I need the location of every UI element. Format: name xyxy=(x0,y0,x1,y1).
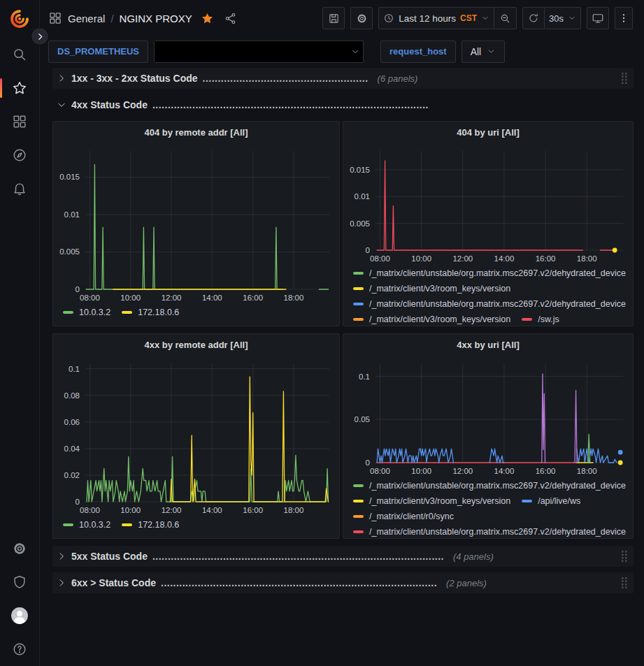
legend-swatch xyxy=(522,500,532,502)
sidebar-item-help[interactable] xyxy=(0,632,39,666)
row-dots: ........................................… xyxy=(161,577,437,588)
timezone-label: CST xyxy=(460,13,477,23)
legend-item[interactable]: 10.0.3.2 xyxy=(63,307,110,317)
x-axis-tick-label: 18:00 xyxy=(577,254,597,263)
panel-title[interactable]: 404 by remote addr [All] xyxy=(53,122,339,144)
series-line xyxy=(377,161,582,250)
tv-mode-button[interactable] xyxy=(587,7,609,29)
chart-area[interactable]: 00.0050.010.01508:0010:0012:0014:0016:00… xyxy=(343,144,633,266)
legend-label: 172.18.0.6 xyxy=(138,520,179,530)
legend-item[interactable]: /_matrix/client/r0/sync xyxy=(353,512,454,521)
legend-item[interactable]: /_matrix/client/unstable/org.matrix.msc2… xyxy=(353,481,626,491)
sidebar-item-profile[interactable] xyxy=(0,599,39,632)
sidebar-item-server-admin[interactable] xyxy=(0,565,39,599)
breadcrumb-section[interactable]: General xyxy=(68,13,105,24)
legend-item[interactable]: /api/live/ws xyxy=(522,496,580,506)
legend-swatch xyxy=(122,523,132,526)
legend-swatch xyxy=(522,318,532,321)
sidebar-expand-button[interactable] xyxy=(31,27,49,45)
x-axis-tick-label: 08:00 xyxy=(80,506,100,514)
drag-handle-icon[interactable] xyxy=(621,577,628,589)
row-dots: ........................................… xyxy=(203,73,368,84)
drag-handle-icon[interactable] xyxy=(621,72,628,85)
x-axis-tick-label: 16:00 xyxy=(536,467,556,475)
legend-row: /_matrix/client/r0/sync xyxy=(353,509,633,524)
sidebar-item-explore[interactable] xyxy=(0,138,39,172)
legend-swatch xyxy=(353,287,364,290)
refresh-interval-button[interactable]: 30s xyxy=(545,7,581,29)
legend-item[interactable]: 10.0.3.2 xyxy=(63,520,110,530)
dashboard-settings-button[interactable] xyxy=(350,7,373,29)
panel-title[interactable]: 404 by uri [All] xyxy=(343,122,633,144)
variable-value-ds-prometheus[interactable] xyxy=(154,41,364,63)
chart-area[interactable]: 00.020.040.060.080.108:0010:0012:0014:00… xyxy=(53,356,339,517)
apps-grid-icon[interactable] xyxy=(48,11,62,25)
sidebar-item-settings[interactable] xyxy=(0,532,39,565)
legend-item[interactable]: /sw.js xyxy=(522,314,559,324)
panel-title[interactable]: 4xx by uri [All] xyxy=(343,334,633,356)
legend-item[interactable]: 172.18.0.6 xyxy=(122,307,179,317)
y-axis-tick-label: 0.015 xyxy=(59,173,80,181)
share-icon[interactable] xyxy=(224,12,237,25)
legend-swatch xyxy=(353,318,364,321)
sidebar-item-starred[interactable] xyxy=(0,71,39,105)
legend-label: /api/live/ws xyxy=(538,496,580,506)
legend-item[interactable]: /_matrix/client/v3/room_keys/version xyxy=(353,314,510,324)
sidebar-item-alerting[interactable] xyxy=(0,172,39,205)
variable-value-request-host[interactable]: All xyxy=(461,41,506,63)
chevron-right-icon xyxy=(57,73,66,83)
more-options-button[interactable] xyxy=(615,7,633,29)
legend-item[interactable]: /_matrix/client/unstable/org.matrix.msc2… xyxy=(353,527,626,537)
legend-label: /_matrix/client/v3/room_keys/version xyxy=(369,284,510,294)
variable-value-text: All xyxy=(471,46,482,57)
legend-item[interactable]: /_matrix/client/v3/room_keys/version xyxy=(353,496,510,506)
save-dashboard-button[interactable] xyxy=(322,7,345,29)
dashboard-row-6xx[interactable]: 6xx > Status Code ......................… xyxy=(52,572,634,593)
dashboards-icon xyxy=(12,114,27,129)
legend-item[interactable]: /_matrix/client/v3/room_keys/version xyxy=(353,284,510,294)
legend-label: /_matrix/client/unstable/org.matrix.msc2… xyxy=(369,268,626,278)
search-icon xyxy=(12,47,27,62)
legend-item[interactable]: 172.18.0.6 xyxy=(122,520,179,530)
drag-handle-icon[interactable] xyxy=(621,550,628,563)
dashboard-row-5xx[interactable]: 5xx Status Code ........................… xyxy=(52,546,634,567)
legend-item[interactable]: /_matrix/client/unstable/org.matrix.msc2… xyxy=(353,268,626,278)
chevron-down-icon xyxy=(487,47,496,56)
breadcrumb: General / NGINX PROXY xyxy=(48,11,317,25)
sidebar-item-dashboards[interactable] xyxy=(0,105,39,138)
series-line xyxy=(577,449,617,463)
y-axis-tick-label: 0.04 xyxy=(64,444,80,453)
question-icon xyxy=(12,642,27,657)
legend-swatch xyxy=(122,311,132,314)
row-panel-count: (4 panels) xyxy=(453,551,494,562)
series-line xyxy=(489,449,504,463)
panel-4xx-by-remote-addr-all: 4xx by remote addr [All]00.020.040.060.0… xyxy=(52,333,340,539)
dashboard-row-1xx-3xx-2xx[interactable]: 1xx - 3xx - 2xx Status Code ............… xyxy=(52,68,634,89)
series-line xyxy=(87,455,329,502)
chevron-down-icon xyxy=(350,47,360,57)
dashboard-row-4xx[interactable]: 4xx Status Code ........................… xyxy=(52,94,634,115)
x-axis-tick-label: 10:00 xyxy=(120,294,141,302)
series-line xyxy=(588,434,590,463)
zoom-out-time-button[interactable] xyxy=(494,7,517,29)
gear-icon xyxy=(356,13,368,24)
chart-area[interactable]: 00.0050.010.01508:0010:0012:0014:0016:00… xyxy=(53,144,339,305)
favorite-star-icon[interactable] xyxy=(201,12,214,25)
chevron-right-icon xyxy=(57,551,66,561)
refresh-button[interactable] xyxy=(522,7,545,29)
chevron-down-icon xyxy=(568,14,576,22)
panel-title[interactable]: 4xx by remote addr [All] xyxy=(53,334,339,356)
dashboard-header: General / NGINX PROXY xyxy=(40,0,644,36)
y-axis-tick-label: 0.02 xyxy=(64,471,80,479)
legend-label: /_matrix/client/unstable/org.matrix.msc2… xyxy=(369,299,626,309)
series-point-marker xyxy=(613,248,617,253)
legend-label: 10.0.3.2 xyxy=(79,520,110,530)
clock-icon xyxy=(383,13,394,24)
row-title: 5xx Status Code xyxy=(71,551,148,562)
y-axis-tick-label: 0 xyxy=(76,498,80,506)
chart-area[interactable]: 00.050.108:0010:0012:0014:0016:0018:00 xyxy=(343,356,633,478)
legend-row: 10.0.3.2172.18.0.6 xyxy=(63,517,339,533)
x-axis-tick-label: 08:00 xyxy=(80,294,100,302)
time-range-button[interactable]: Last 12 hours CST xyxy=(378,7,494,29)
legend-item[interactable]: /_matrix/client/unstable/org.matrix.msc2… xyxy=(353,299,626,309)
